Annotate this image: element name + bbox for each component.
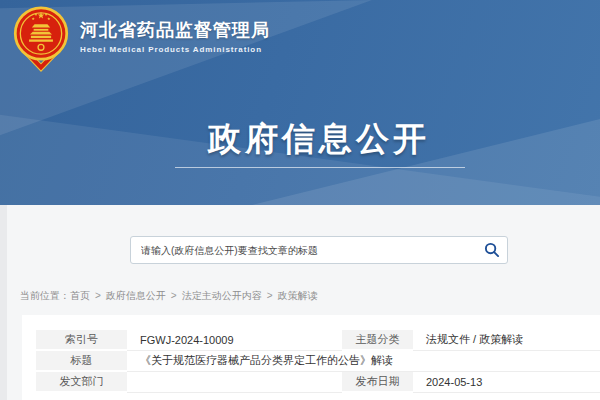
search-icon bbox=[484, 242, 500, 258]
index-number-label: 索引号 bbox=[36, 330, 127, 351]
title-underline-divider bbox=[175, 167, 465, 168]
hero-banner: 河北省药品监督管理局 Hebei Medical Products Admini… bbox=[0, 0, 600, 205]
breadcrumb: 当前位置：首页>政府信息公开>法定主动公开内容>政策解读 bbox=[20, 289, 318, 303]
title-label: 标题 bbox=[36, 351, 127, 372]
page-edge-strip bbox=[0, 205, 7, 400]
breadcrumb-item-info-disclosure[interactable]: 政府信息公开 bbox=[106, 290, 166, 301]
china-national-emblem-icon bbox=[13, 5, 69, 73]
breadcrumb-separator: > bbox=[267, 290, 273, 301]
issuing-department-value bbox=[127, 372, 342, 393]
site-name-chinese: 河北省药品监督管理局 bbox=[80, 19, 270, 41]
breadcrumb-item-home[interactable]: 首页 bbox=[70, 290, 90, 301]
table-row-title: 标题 《关于规范医疗器械产品分类界定工作的公告》解读 bbox=[36, 351, 600, 372]
breadcrumb-item-statutory-disclosure[interactable]: 法定主动公开内容 bbox=[182, 290, 262, 301]
page-title: 政府信息公开 bbox=[0, 117, 600, 162]
breadcrumb-prefix: 当前位置： bbox=[20, 290, 70, 301]
subject-category-label: 主题分类 bbox=[342, 330, 413, 351]
page: 河北省药品监督管理局 Hebei Medical Products Admini… bbox=[0, 0, 600, 400]
site-logo-home-link[interactable]: 河北省药品监督管理局 Hebei Medical Products Admini… bbox=[13, 5, 270, 73]
subject-category-value: 法规文件 / 政策解读 bbox=[413, 330, 600, 351]
document-detail-card: 索引号 FGWJ-2024-10009 主题分类 法规文件 / 政策解读 标题 … bbox=[22, 315, 600, 400]
publish-date-value: 2024-05-13 bbox=[413, 372, 600, 393]
breadcrumb-separator: > bbox=[171, 290, 177, 301]
breadcrumb-separator: > bbox=[95, 290, 101, 301]
document-title-value: 《关于规范医疗器械产品分类界定工作的公告》解读 bbox=[127, 351, 600, 372]
table-row-department-date: 发文部门 发布日期 2024-05-13 bbox=[36, 372, 600, 393]
search-input[interactable] bbox=[131, 237, 477, 263]
table-row-index-category: 索引号 FGWJ-2024-10009 主题分类 法规文件 / 政策解读 bbox=[36, 330, 600, 351]
breadcrumb-item-policy-interpretation: 政策解读 bbox=[278, 290, 318, 301]
site-name-english: Hebei Medical Products Administration bbox=[80, 45, 270, 54]
document-meta-table: 索引号 FGWJ-2024-10009 主题分类 法规文件 / 政策解读 标题 … bbox=[36, 330, 600, 393]
site-name-block: 河北省药品监督管理局 Hebei Medical Products Admini… bbox=[80, 5, 270, 54]
issuing-department-label: 发文部门 bbox=[36, 372, 127, 393]
search-box bbox=[130, 236, 508, 264]
search-button[interactable] bbox=[477, 237, 507, 263]
index-number-value: FGWJ-2024-10009 bbox=[127, 330, 342, 351]
publish-date-label: 发布日期 bbox=[342, 372, 413, 393]
